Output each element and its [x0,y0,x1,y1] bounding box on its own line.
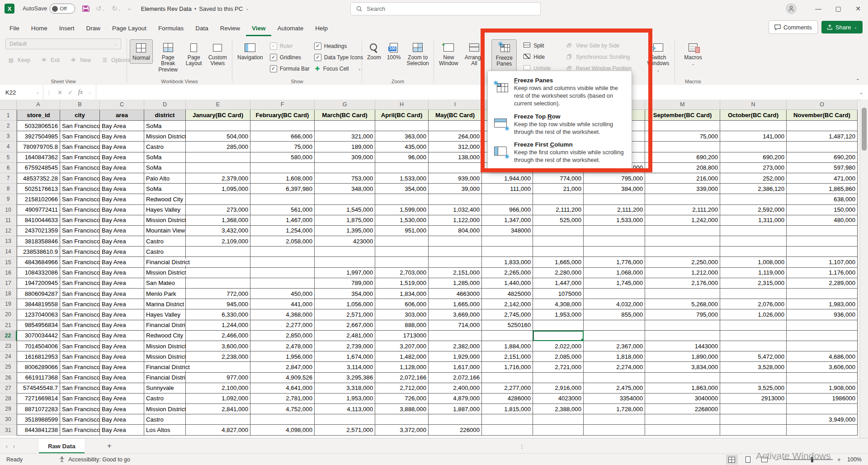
cell-L18[interactable] [584,289,645,299]
cell-N7[interactable]: 252,000 [720,173,787,184]
column-header-D[interactable]: D [144,100,186,109]
cell-B9[interactable]: San Francisco [60,194,100,204]
cell-D16[interactable]: Mission District [144,268,186,278]
cell-B23[interactable]: San Francisco [60,341,100,351]
cell-D10[interactable]: Hayes Valley [144,205,186,215]
user-avatar[interactable] [786,3,797,14]
cell-N25[interactable]: 3,528,000 [720,362,787,372]
column-header-G[interactable]: G [315,100,375,109]
cell-I26[interactable]: 2,072,166 [429,373,482,383]
cell-E27[interactable]: 2,100,000 [186,383,250,394]
vertical-scrollbar[interactable]: ▼ [860,100,868,444]
custom-views-button[interactable]: Custom Views [206,39,229,69]
cell-E16[interactable] [186,268,250,278]
cell-I11[interactable]: 1,122,000 [429,215,482,226]
cell-C30[interactable]: Bay Area [100,414,144,425]
cell-K28[interactable]: 4023000 [533,394,584,404]
cell-C11[interactable]: Bay Area [100,215,144,226]
cell-M10[interactable]: 2,111,200 [645,205,720,215]
cell-L11[interactable]: 1,533,000 [584,215,645,226]
cell-H2[interactable] [375,121,429,131]
column-header-I[interactable]: I [429,100,482,109]
cell-B14[interactable]: San Francisco [60,247,100,257]
cell-L28[interactable]: 3354000 [584,394,645,404]
cell-J14[interactable] [482,247,533,257]
cell-B26[interactable]: San Francisco [60,373,100,383]
tab-page-layout[interactable]: Page Layout [106,21,152,36]
cell-C12[interactable]: Bay Area [100,226,144,236]
cell-A8[interactable]: 5025176613 [17,184,60,194]
cell-J26[interactable] [482,373,533,383]
cell-G29[interactable]: 4,113,000 [315,404,375,414]
row-header-10[interactable]: 10 [0,205,17,215]
cell-D5[interactable]: SoMa [144,152,186,163]
cell-M7[interactable]: 216,000 [645,173,720,184]
cell-O16[interactable]: 1,176,000 [787,268,858,278]
cell-N15[interactable]: 1,008,000 [720,257,787,267]
cell-F16[interactable] [250,268,315,278]
cell-A18[interactable]: 8806094287 [17,289,60,299]
cell-D13[interactable]: Castro [144,236,186,247]
row-header-19[interactable]: 19 [0,299,17,309]
checkbox-gridlines[interactable]: ✓Gridlines [270,52,310,63]
row-header-7[interactable]: 7 [0,173,17,184]
cell-O23[interactable] [787,341,858,351]
cell-O14[interactable] [787,247,858,257]
cell-B31[interactable]: San Francisco [60,425,100,435]
row-header-25[interactable]: 25 [0,362,17,372]
tab-strip-dots-icon[interactable]: ⋮ [519,443,525,450]
cell-M9[interactable] [645,194,720,204]
cell-L31[interactable] [584,425,645,435]
document-title[interactable]: Elements Rev Data • Saved to this PC ⌄ [141,5,249,12]
cell-O24[interactable]: 4,686,000 [787,351,858,362]
zoom-level[interactable]: 100% [845,456,862,463]
header-cell-B1[interactable]: city [60,110,100,121]
cell-C9[interactable]: Bay Area [100,194,144,204]
cell-D19[interactable]: Marina District [144,299,186,309]
cell-F7[interactable]: 1,608,000 [250,173,315,184]
cell-A28[interactable]: 7271669814 [17,394,60,404]
cell-D18[interactable]: Menlo Park [144,289,186,299]
row-header-26[interactable]: 26 [0,373,17,383]
cell-H7[interactable]: 1,533,000 [375,173,429,184]
cell-E21[interactable]: 1,244,000 [186,320,250,331]
cell-F28[interactable]: 2,781,000 [250,394,315,404]
redo-icon[interactable]: ↻⌄ [112,5,121,13]
cell-E20[interactable]: 6,330,000 [186,309,250,320]
cell-M19[interactable]: 5,268,000 [645,299,720,309]
cell-L25[interactable]: 2,274,000 [584,362,645,372]
cell-F17[interactable] [250,278,315,289]
cell-L10[interactable]: 2,111,200 [584,205,645,215]
cell-G21[interactable]: 2,667,000 [315,320,375,331]
cell-M6[interactable]: 208,800 [645,163,720,173]
cell-C3[interactable]: Bay Area [100,131,144,142]
cell-D9[interactable]: Redwood City [144,194,186,204]
cell-B10[interactable]: San Francisco [60,205,100,215]
header-cell-N1[interactable]: October(BC Card) [720,110,787,121]
zoom-slider[interactable] [783,459,833,460]
cell-I18[interactable]: 4663000 [429,289,482,299]
cell-I5[interactable]: 138,000 [429,152,482,163]
cell-I29[interactable]: 1,887,000 [429,404,482,414]
cell-M17[interactable]: 2,176,000 [645,278,720,289]
row-header-24[interactable]: 24 [0,351,17,362]
cell-N4[interactable] [720,142,787,152]
cell-N5[interactable]: 690,200 [720,152,787,163]
cell-N3[interactable]: 141,000 [720,131,787,142]
column-header-E[interactable]: E [186,100,250,109]
cell-L30[interactable] [584,414,645,425]
cell-O29[interactable] [787,404,858,414]
add-sheet-button[interactable]: + [107,441,112,451]
new-sheet-view-button[interactable]: 👁New [68,55,93,66]
cell-D23[interactable]: Mission District [144,341,186,351]
cell-I20[interactable]: 3,669,000 [429,309,482,320]
cell-O20[interactable]: 936,000 [787,309,858,320]
cell-B21[interactable]: San Francisco [60,320,100,331]
row-header-14[interactable]: 14 [0,247,17,257]
row-header-18[interactable]: 18 [0,289,17,299]
cell-A24[interactable]: 1616812953 [17,351,60,362]
view-side-by-side-button[interactable]: 🗗View Side by Side [564,40,633,51]
cell-H8[interactable]: 354,000 [375,184,429,194]
header-cell-F1[interactable]: February(BC Card) [250,110,315,121]
cell-H18[interactable]: 1,834,000 [375,289,429,299]
